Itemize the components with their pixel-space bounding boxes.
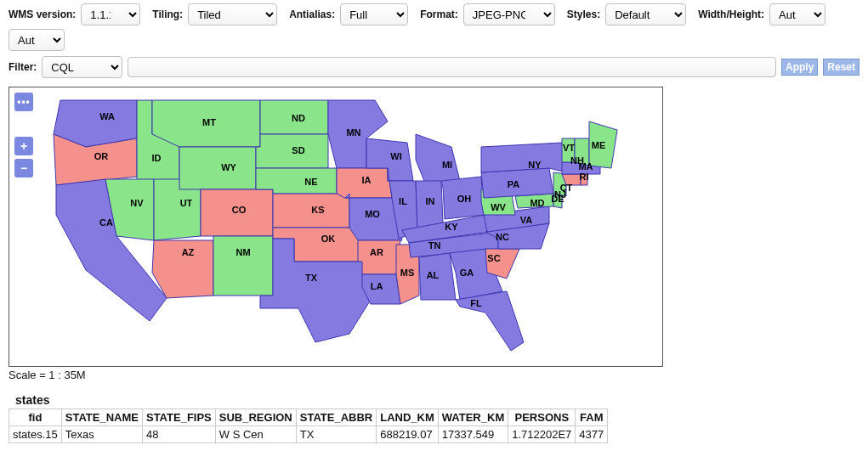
apply-button[interactable]: Apply — [781, 59, 818, 76]
state-label-RI: RI — [580, 172, 589, 182]
top-toolbar: WMS version: 1.1.1 Tiling: Tiled Antiali… — [0, 0, 868, 54]
state-label-MO: MO — [365, 209, 380, 219]
state-WY[interactable] — [179, 147, 256, 189]
table-header: STATE_ABBR — [296, 409, 376, 426]
state-label-NV: NV — [130, 198, 144, 208]
table-header: STATE_FIPS — [142, 409, 215, 426]
zoom-in-button[interactable]: + — [14, 137, 33, 155]
wms-version-select[interactable]: 1.1.1 — [81, 3, 140, 25]
table-cell: 48 — [142, 426, 215, 443]
state-label-WY: WY — [221, 162, 236, 172]
state-label-NM: NM — [235, 247, 250, 257]
state-label-OK: OK — [321, 234, 336, 244]
width-select[interactable]: Auto — [769, 3, 825, 25]
table-row: states.15Texas48W S CenTX688219.0717337.… — [9, 426, 608, 443]
state-label-WV: WV — [491, 202, 506, 212]
table-header-row: fidSTATE_NAMESTATE_FIPSSUB_REGIONSTATE_A… — [9, 409, 608, 426]
table-header: STATE_NAME — [61, 409, 142, 426]
state-label-ME: ME — [592, 140, 606, 150]
table-cell: 1.712202E7 — [508, 426, 576, 443]
format-label: Format: — [420, 8, 458, 20]
styles-select[interactable]: Default — [605, 3, 686, 25]
state-label-CT: CT — [560, 183, 573, 193]
filter-row: Filter: CQL Apply Reset — [0, 54, 868, 83]
table-cell: Texas — [61, 426, 142, 443]
table-cell: states.15 — [9, 426, 62, 443]
state-label-ID: ID — [152, 153, 162, 163]
table-cell: 17337.549 — [438, 426, 508, 443]
state-label-WI: WI — [390, 151, 401, 161]
state-label-NY: NY — [528, 160, 542, 170]
filter-type-select[interactable]: CQL — [42, 56, 122, 78]
state-label-MS: MS — [400, 268, 415, 278]
state-label-KS: KS — [311, 205, 324, 215]
table-cell: TX — [296, 426, 376, 443]
state-NY[interactable] — [481, 143, 566, 172]
state-label-UT: UT — [180, 198, 193, 208]
table-header: PERSONS — [508, 409, 576, 426]
table-body: states.15Texas48W S CenTX688219.0717337.… — [9, 426, 608, 443]
state-label-MI: MI — [442, 160, 452, 170]
table-title: states — [15, 393, 868, 407]
table-header: FAM — [576, 409, 608, 426]
state-AR[interactable] — [358, 240, 400, 274]
table-header: fid — [9, 409, 62, 426]
state-label-PA: PA — [508, 179, 520, 189]
table-header: SUB_REGION — [215, 409, 296, 426]
reset-button[interactable]: Reset — [823, 59, 859, 76]
tiling-select[interactable]: Tiled — [188, 3, 277, 25]
state-label-NH: NH — [570, 155, 584, 166]
table-cell: 4377 — [576, 426, 608, 443]
state-label-ND: ND — [292, 113, 305, 123]
height-select[interactable]: Auto — [9, 29, 65, 51]
filter-input[interactable] — [128, 57, 776, 77]
state-label-SC: SC — [487, 253, 500, 263]
state-label-NE: NE — [304, 177, 317, 187]
tiling-label: Tiling: — [152, 8, 183, 20]
width-height-label: Width/Height: — [698, 8, 764, 20]
state-FL[interactable] — [456, 291, 524, 351]
map-more-button[interactable]: ••• — [14, 93, 33, 111]
state-label-AZ: AZ — [182, 247, 195, 257]
zoom-out-button[interactable]: − — [14, 159, 33, 177]
state-label-MN: MN — [346, 127, 360, 138]
map-scale-text: Scale = 1 : 35M — [9, 367, 868, 381]
state-label-VA: VA — [520, 215, 533, 225]
table-header: LAND_KM — [377, 409, 439, 426]
state-label-IL: IL — [399, 196, 407, 206]
antialias-label: Antialias: — [289, 8, 335, 20]
filter-label: Filter: — [9, 61, 37, 73]
state-label-TX: TX — [305, 273, 318, 283]
states-table: fidSTATE_NAMESTATE_FIPSSUB_REGIONSTATE_A… — [9, 408, 608, 443]
state-label-VT: VT — [563, 143, 575, 153]
state-NM[interactable] — [213, 236, 273, 296]
antialias-select[interactable]: Full — [340, 3, 408, 25]
wms-version-label: WMS version: — [9, 8, 76, 20]
table-cell: 688219.07 — [377, 426, 439, 443]
state-label-AR: AR — [370, 247, 383, 257]
state-label-GA: GA — [460, 268, 474, 278]
state-label-AL: AL — [427, 270, 440, 280]
state-NE[interactable] — [256, 168, 337, 194]
format-select[interactable]: JPEG-PNG — [463, 3, 555, 25]
table-header: WATER_KM — [438, 409, 508, 426]
table-cell: W S Cen — [215, 426, 296, 443]
state-label-OR: OR — [94, 151, 109, 161]
styles-label: Styles: — [567, 8, 600, 20]
state-label-IN: IN — [426, 196, 435, 206]
state-label-MT: MT — [202, 117, 216, 127]
map-viewport[interactable]: ••• + − WAORCAIDNVUTAZMTWYCONMNDSDNEKSOK… — [9, 87, 663, 367]
state-label-TN: TN — [428, 240, 441, 251]
state-label-KY: KY — [445, 222, 458, 232]
state-label-MD: MD — [530, 198, 544, 208]
state-label-SD: SD — [292, 145, 304, 155]
state-MI[interactable] — [416, 134, 460, 185]
us-states-map: WAORCAIDNVUTAZMTWYCONMNDSDNEKSOKTXMNIAMO… — [9, 87, 662, 366]
state-label-FL: FL — [470, 298, 482, 308]
state-label-IA: IA — [362, 175, 372, 185]
state-label-CO: CO — [232, 205, 247, 215]
state-label-CA: CA — [99, 217, 113, 228]
state-label-WA: WA — [99, 111, 115, 121]
state-label-LA: LA — [371, 281, 383, 291]
state-label-NC: NC — [496, 232, 509, 242]
